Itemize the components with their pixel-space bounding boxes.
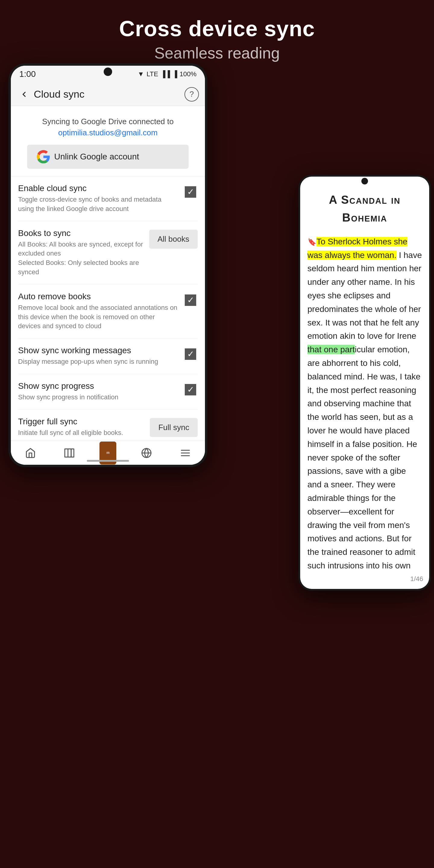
signal-icon: ▐▐ bbox=[161, 70, 170, 78]
setting-sync-progress[interactable]: Show sync progress Show sync progress in… bbox=[18, 374, 198, 410]
nav-library[interactable] bbox=[60, 444, 79, 462]
setting-enable-cloud-sync[interactable]: Enable cloud sync Toggle cross-device sy… bbox=[18, 176, 198, 221]
camera-notch-right bbox=[361, 178, 368, 184]
screen-title: Cloud sync bbox=[34, 88, 184, 100]
books-to-sync-button[interactable]: All books bbox=[149, 230, 198, 249]
setting-title: Enable cloud sync bbox=[18, 184, 179, 193]
home-indicator bbox=[87, 460, 129, 462]
reading-text-plain3: icular emotion, bbox=[355, 345, 410, 354]
setting-info: Show sync progress Show sync progress in… bbox=[18, 381, 183, 402]
setting-auto-remove[interactable]: Auto remove books Remove local book and … bbox=[18, 284, 198, 338]
menu-icon bbox=[180, 447, 191, 458]
battery-icon: ▐ bbox=[173, 70, 177, 78]
page-indicator: 1/46 bbox=[410, 575, 423, 583]
library-icon bbox=[64, 447, 75, 458]
wifi-icon: ▼ bbox=[137, 70, 144, 78]
header-subtitle: Seamless reading bbox=[154, 44, 280, 62]
setting-title: Show sync progress bbox=[18, 381, 179, 391]
content-area: Syncing to Google Drive connected to opt… bbox=[11, 106, 205, 441]
app-bar: Cloud sync ? bbox=[11, 83, 205, 106]
globe-icon bbox=[141, 447, 152, 458]
svg-rect-2 bbox=[71, 449, 74, 457]
help-button[interactable]: ? bbox=[184, 87, 199, 101]
setting-title: Show sync working messages bbox=[18, 346, 179, 355]
unlink-google-button[interactable]: Unlink Google account bbox=[27, 145, 189, 169]
setting-info: Enable cloud sync Toggle cross-device sy… bbox=[18, 184, 183, 214]
full-sync-button[interactable]: Full sync bbox=[150, 418, 198, 437]
check-icon: ✓ bbox=[187, 296, 194, 304]
reading-chapter-title: A Scandal in Bohemia bbox=[307, 191, 422, 227]
checkbox-sync-messages[interactable]: ✓ bbox=[183, 347, 198, 361]
setting-title: Books to sync bbox=[18, 228, 144, 238]
battery-percent: 100% bbox=[180, 70, 196, 78]
reading-paragraph: 🔖To Sherlock Holmes she was always the w… bbox=[307, 235, 422, 574]
checkbox-enable-cloud-sync[interactable]: ✓ bbox=[183, 185, 198, 199]
setting-books-to-sync: Books to sync All Books: All books are s… bbox=[18, 221, 198, 284]
setting-info: Auto remove books Remove local book and … bbox=[18, 292, 183, 331]
sync-text: Syncing to Google Drive connected to bbox=[18, 117, 198, 126]
lte-icon: LTE bbox=[147, 70, 158, 78]
unlink-btn-label: Unlink Google account bbox=[54, 152, 139, 161]
home-icon bbox=[25, 447, 36, 458]
highlighted-text-yellow: To Sherlock Holmes she was always the wo… bbox=[307, 237, 407, 260]
checkbox-auto-remove[interactable]: ✓ bbox=[183, 293, 198, 307]
reading-text-plain2: eyes she eclipses and predominates the w… bbox=[307, 291, 421, 341]
setting-desc: Toggle cross-device sync of books and me… bbox=[18, 195, 179, 214]
camera-notch bbox=[104, 67, 112, 76]
svg-rect-1 bbox=[68, 449, 71, 457]
highlighted-text-green: that one part bbox=[307, 345, 355, 354]
nav-menu[interactable] bbox=[176, 444, 194, 462]
check-icon: ✓ bbox=[187, 188, 194, 196]
status-icons: ▼ LTE ▐▐ ▐ 100% bbox=[137, 70, 196, 78]
setting-full-sync: Trigger full sync Initiate full sync of … bbox=[18, 410, 198, 441]
header: Cross device sync Seamless reading bbox=[0, 0, 434, 66]
back-button[interactable] bbox=[17, 87, 31, 101]
phone-left-screen: 1:00 ▼ LTE ▐▐ ▐ 100% Cloud sync ? bbox=[11, 66, 205, 465]
status-time: 1:00 bbox=[19, 69, 36, 79]
setting-desc: Initiate full sync of all eligible books… bbox=[18, 428, 145, 438]
check-icon: ✓ bbox=[187, 385, 194, 394]
reading-text-e: e observer—excellent for drawing the vei… bbox=[307, 493, 412, 557]
phone-right: A Scandal in Bohemia 🔖To Sherlock Holmes… bbox=[299, 175, 431, 591]
email-link[interactable]: optimilia.studios@gmail.com bbox=[18, 128, 198, 137]
header-title: Cross device sync bbox=[119, 16, 315, 41]
svg-rect-0 bbox=[65, 449, 68, 457]
setting-info: Books to sync All Books: All books are s… bbox=[18, 228, 149, 277]
setting-desc: All Books: All books are synced, except … bbox=[18, 240, 144, 277]
setting-sync-messages[interactable]: Show sync working messages Display messa… bbox=[18, 338, 198, 374]
google-section: Syncing to Google Drive connected to opt… bbox=[11, 106, 205, 176]
nav-discover[interactable] bbox=[137, 444, 156, 462]
settings-list: Enable cloud sync Toggle cross-device sy… bbox=[11, 176, 205, 441]
reading-text-nd: nd. He was, I take it, the most perfect … bbox=[307, 372, 421, 449]
setting-info: Trigger full sync Initiate full sync of … bbox=[18, 417, 150, 438]
nav-home[interactable] bbox=[22, 444, 39, 462]
help-icon: ? bbox=[190, 90, 194, 99]
setting-desc: Remove local book and the associated ann… bbox=[18, 303, 179, 331]
check-icon: ✓ bbox=[187, 350, 194, 358]
setting-desc: Show sync progress in notification bbox=[18, 393, 179, 402]
google-g-icon bbox=[37, 150, 50, 163]
setting-info: Show sync working messages Display messa… bbox=[18, 346, 183, 367]
checkbox-sync-progress[interactable]: ✓ bbox=[183, 382, 198, 397]
setting-title: Trigger full sync bbox=[18, 417, 145, 427]
phone-right-screen: A Scandal in Bohemia 🔖To Sherlock Holmes… bbox=[300, 177, 429, 589]
phone-left: 1:00 ▼ LTE ▐▐ ▐ 100% Cloud sync ? bbox=[8, 63, 207, 467]
setting-desc: Display message pop-ups when sync is run… bbox=[18, 357, 179, 367]
setting-title: Auto remove books bbox=[18, 292, 179, 301]
reading-text-his: his bbox=[404, 277, 415, 287]
reading-content: A Scandal in Bohemia 🔖To Sherlock Holmes… bbox=[300, 177, 429, 574]
annotation-bookmark-icon: 🔖 bbox=[307, 238, 316, 246]
current-book-label: 📖 bbox=[105, 451, 110, 455]
